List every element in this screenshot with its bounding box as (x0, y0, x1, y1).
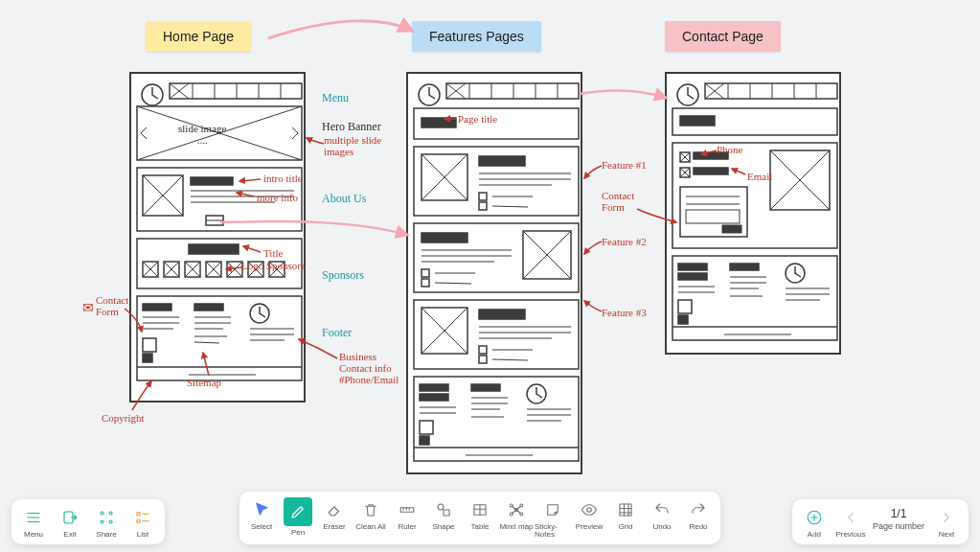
svg-point-140 (101, 520, 103, 523)
anno-multi-slide: multiple slide images (324, 134, 381, 157)
pen-icon (284, 497, 312, 526)
sticky-contact[interactable]: Contact Page (665, 21, 781, 52)
eye-icon (579, 499, 600, 520)
svg-rect-32 (194, 304, 223, 310)
svg-rect-126 (678, 300, 692, 313)
menu-icon (23, 507, 44, 528)
sticky-label: Home Page (163, 29, 234, 44)
anno-copyright: Copyright (102, 412, 145, 424)
shape-icon (433, 499, 454, 520)
svg-point-146 (438, 504, 444, 510)
chevron-right-icon (936, 507, 957, 528)
eraser-button[interactable]: Eraser (316, 497, 353, 533)
svg-line-61 (492, 206, 528, 207)
table-icon (469, 499, 490, 520)
svg-rect-145 (400, 508, 414, 513)
redo-button[interactable]: Redo (680, 497, 717, 533)
anno-feature3: Feature #3 (602, 307, 647, 318)
share-icon (96, 507, 117, 528)
exit-icon (59, 507, 80, 528)
chevron-left-icon (840, 507, 861, 528)
undo-button[interactable]: Undo (644, 497, 680, 533)
svg-rect-144 (137, 519, 140, 522)
svg-rect-112 (694, 152, 728, 159)
anno-hero: Hero Banner (322, 120, 381, 134)
list-button[interactable]: List (125, 505, 161, 540)
svg-rect-127 (678, 315, 688, 324)
anno-menu: Menu (322, 91, 349, 105)
redo-icon (688, 499, 709, 520)
svg-rect-60 (479, 202, 487, 210)
svg-rect-78 (479, 346, 487, 354)
svg-rect-64 (422, 233, 467, 242)
list-icon (132, 507, 153, 528)
wireframe-features[interactable] (406, 72, 582, 474)
share-button[interactable]: Share (88, 505, 125, 540)
sticky-button[interactable]: Sticky-Notes (535, 497, 571, 540)
ruler-icon (397, 499, 418, 520)
page-number-display: 1/1 Page number (869, 505, 928, 533)
svg-rect-143 (137, 513, 140, 516)
select-button[interactable]: Select (243, 497, 280, 533)
eraser-icon (324, 499, 345, 520)
plus-circle-icon (804, 507, 825, 528)
svg-rect-80 (479, 356, 487, 363)
shape-button[interactable]: Shape (425, 497, 462, 533)
svg-rect-68 (422, 269, 429, 277)
svg-point-139 (101, 512, 103, 515)
svg-point-154 (587, 508, 592, 513)
anno-feature2: Feature #2 (602, 236, 647, 247)
svg-rect-58 (479, 193, 487, 200)
svg-rect-30 (143, 338, 156, 352)
table-button[interactable]: Table (462, 497, 498, 533)
toolbar-left: Menu Exit Share List (11, 499, 165, 544)
sticky-label: Contact Page (682, 29, 763, 44)
svg-rect-114 (694, 168, 728, 174)
wireframe-contact[interactable] (665, 72, 841, 355)
anno-about: About Us (322, 192, 366, 206)
svg-rect-90 (471, 384, 500, 391)
next-page-button[interactable]: Next (928, 505, 965, 540)
svg-rect-128 (730, 264, 759, 270)
exit-button[interactable]: Exit (52, 505, 88, 540)
trash-icon (360, 499, 381, 520)
add-page-button[interactable]: Add (796, 505, 832, 540)
anno-contact-form-small: Contact Form (96, 294, 128, 317)
svg-line-71 (435, 283, 471, 284)
svg-rect-89 (420, 436, 429, 445)
svg-rect-74 (479, 310, 525, 319)
svg-rect-119 (722, 225, 741, 233)
previous-page-button[interactable]: Previous (832, 505, 869, 540)
anno-business-contact: Business Contact info #Phone/Email (339, 351, 399, 385)
svg-rect-26 (143, 304, 171, 310)
svg-rect-108 (680, 116, 715, 126)
cursor-icon (251, 499, 272, 520)
mindmap-icon (506, 499, 527, 520)
clean-button[interactable]: Clean All (353, 497, 389, 533)
anno-feature1: Feature #1 (602, 159, 647, 171)
grid-button[interactable]: Grid (607, 497, 644, 533)
sticky-label: Features Pages (429, 29, 524, 44)
ruler-button[interactable]: Ruler (389, 497, 425, 533)
toolbar-center: Select Pen Eraser Clean All Ruler Shape … (239, 492, 720, 544)
grid-icon (615, 499, 636, 520)
preview-button[interactable]: Preview (571, 497, 607, 533)
svg-rect-88 (420, 421, 433, 434)
svg-rect-85 (420, 394, 448, 401)
svg-rect-44 (446, 83, 579, 99)
sticky-features[interactable]: Features Pages (412, 21, 541, 52)
svg-rect-16 (189, 244, 239, 254)
menu-button[interactable]: Menu (15, 505, 52, 540)
svg-rect-70 (422, 279, 429, 287)
svg-line-37 (194, 342, 219, 343)
anno-contact-form-big: Contact Form (602, 190, 634, 213)
mindmap-button[interactable]: Mind map (498, 497, 535, 533)
sticky-home[interactable]: Home Page (146, 21, 251, 52)
svg-line-81 (492, 359, 528, 360)
pen-button[interactable]: Pen (280, 497, 316, 539)
svg-rect-101 (705, 83, 837, 99)
wireframe-home[interactable] (129, 72, 306, 402)
svg-rect-155 (620, 504, 631, 516)
envelope-icon: ✉ (82, 300, 94, 316)
undo-icon (651, 499, 672, 520)
